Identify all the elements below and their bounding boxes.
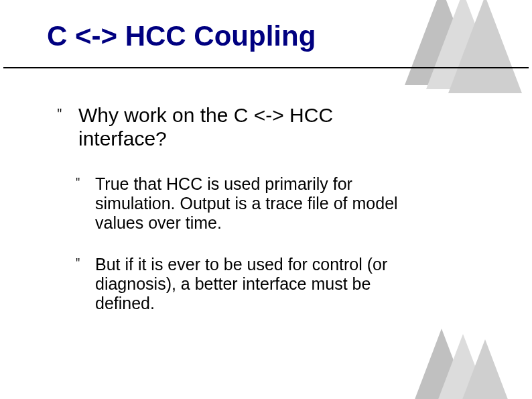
- bullet-sub-text: But if it is ever to be used for control…: [95, 255, 417, 312]
- bullet-sub: " True that HCC is used primarily for si…: [75, 174, 417, 232]
- bullet-main: " Why work on the C <-> HCC interface?: [62, 104, 410, 150]
- bullet-marker-icon: ": [75, 258, 80, 268]
- triangle-decoration: [448, 339, 522, 399]
- bullet-sub: " But if it is ever to be used for contr…: [75, 255, 417, 312]
- bullet-main-text: Why work on the C <-> HCC interface?: [78, 104, 410, 150]
- bullet-marker-icon: ": [56, 108, 63, 120]
- slide: C <-> HCC Coupling " Why work on the C <…: [0, 0, 532, 399]
- title-underline: [3, 67, 529, 68]
- slide-title: C <-> HCC Coupling: [47, 20, 316, 52]
- bullet-sub-text: True that HCC is used primarily for simu…: [95, 174, 417, 232]
- triangle-decoration: [448, 0, 522, 93]
- bullet-marker-icon: ": [75, 177, 80, 188]
